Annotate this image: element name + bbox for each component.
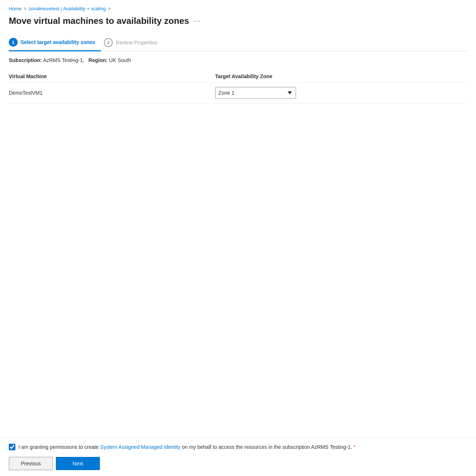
step-1[interactable]: 1 Select target availability zones <box>9 35 101 51</box>
wizard-steps: 1 Select target availability zones 2 Rev… <box>9 35 467 51</box>
button-row: Previous Next <box>9 457 467 470</box>
subscription-value: AzRMS Testing-1, <box>43 57 84 63</box>
more-options-button[interactable]: ··· <box>194 17 201 25</box>
footer: I am granting permissions to create Syst… <box>0 437 476 476</box>
breadcrumb-separator-1: > <box>24 6 26 11</box>
subscription-info: Subscription: AzRMS Testing-1, Region: U… <box>9 57 467 63</box>
step-2-circle: 2 <box>104 38 113 47</box>
region-value: UK South <box>109 57 131 63</box>
step-1-circle: 1 <box>9 38 18 47</box>
consent-identity-link[interactable]: System Assigned Managed Identity <box>100 444 181 450</box>
consent-text-after-link: on my behalf to access the resources in … <box>182 444 352 450</box>
consent-checkbox[interactable] <box>9 444 15 450</box>
content-area: Subscription: AzRMS Testing-1, Region: U… <box>9 51 467 431</box>
breadcrumb-separator-2: > <box>108 6 111 11</box>
breadcrumb-home[interactable]: Home <box>9 6 22 11</box>
step-2-label: Review Properties <box>116 40 158 46</box>
previous-button[interactable]: Previous <box>9 457 53 470</box>
vm-name-cell: DemoTestVM1 <box>9 83 215 103</box>
breadcrumb: Home > zonalmovetest | Availability + sc… <box>9 6 467 11</box>
step-1-label: Select target availability zones <box>21 39 95 45</box>
required-asterisk: * <box>354 444 356 450</box>
table-row: DemoTestVM1 Zone 1 Zone 2 Zone 3 <box>9 83 467 103</box>
consent-row: I am granting permissions to create Syst… <box>9 443 467 451</box>
next-button[interactable]: Next <box>56 457 100 470</box>
zone-select[interactable]: Zone 1 Zone 2 Zone 3 <box>215 87 296 99</box>
subscription-label: Subscription: <box>9 57 42 63</box>
step-2[interactable]: 2 Review Properties <box>104 35 163 51</box>
consent-text: I am granting permissions to create Syst… <box>18 443 356 451</box>
col-header-vm: Virtual Machine <box>9 70 215 83</box>
page-title-container: Move virtual machines to availability zo… <box>9 16 467 26</box>
region-label: Region: <box>89 57 108 63</box>
consent-text-before-link: I am granting permissions to create <box>18 444 99 450</box>
col-header-zone: Target Availability Zone <box>215 70 467 83</box>
vm-table: Virtual Machine Target Availability Zone… <box>9 70 467 103</box>
breadcrumb-resource[interactable]: zonalmovetest | Availability + scaling <box>29 6 106 11</box>
zone-select-cell: Zone 1 Zone 2 Zone 3 <box>215 83 467 103</box>
page-title: Move virtual machines to availability zo… <box>9 16 189 26</box>
